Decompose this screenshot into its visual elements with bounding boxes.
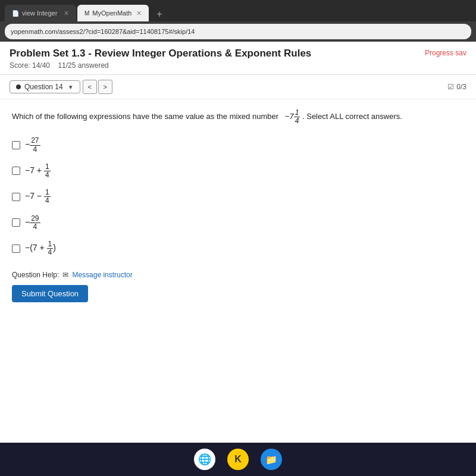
fraction-27-4: 274 <box>30 137 40 153</box>
fraction-1-4-d: 14 <box>47 240 54 256</box>
expr-1: −274 <box>25 137 40 153</box>
fraction-1-4-b: 14 <box>44 163 51 179</box>
chrome-icon[interactable]: 🌐 <box>194 449 215 470</box>
taskbar: 🌐 K 📁 <box>0 443 476 476</box>
score-badge-value: 0/3 <box>456 83 466 91</box>
question-label: Question 14 <box>24 83 63 91</box>
message-instructor-link[interactable]: Message instructor <box>72 271 132 279</box>
url-text: yopenmath.com/assess2/?cid=160287&aid=11… <box>11 28 195 35</box>
checkbox-5[interactable] <box>12 245 20 253</box>
answered-value: 11/25 answered <box>58 61 108 70</box>
address-bar[interactable]: yopenmath.com/assess2/?cid=160287&aid=11… <box>5 24 471 39</box>
fraction-1-4: 14 <box>294 109 300 125</box>
question-text: Which of the following expressions have … <box>12 109 464 125</box>
mixed-number: −714 <box>285 112 302 121</box>
fraction-29-4: 294 <box>30 215 40 231</box>
question-dot <box>16 84 21 89</box>
tab-label: view Integer <box>22 10 57 17</box>
choice-3: −7 − 14 <box>12 189 464 205</box>
browser-chrome: 📄 view Integer ✕ M MyOpenMath ✕ + yopenm… <box>0 0 476 42</box>
submit-button[interactable]: Submit Question <box>12 285 88 302</box>
tab-close-active[interactable]: ✕ <box>136 10 142 17</box>
tab-icon: 📄 <box>12 10 19 17</box>
score-value: Score: 14/40 <box>10 61 50 70</box>
choice-1: −274 <box>12 137 464 153</box>
dropdown-arrow[interactable]: ▼ <box>68 84 74 90</box>
expr-4: −294 <box>25 215 40 231</box>
k-icon[interactable]: K <box>227 449 249 470</box>
header-left: Problem Set 1.3 - Review Integer Operati… <box>10 48 311 70</box>
tab-label-active: MyOpenMath <box>92 10 131 17</box>
question-help: Question Help: ✉ Message instructor <box>12 271 464 279</box>
tab-icon-m: M <box>84 10 89 17</box>
prev-button[interactable]: < <box>83 80 97 94</box>
tab-new-button[interactable]: + <box>152 7 167 21</box>
expr-2: −7 + 14 <box>25 163 51 179</box>
question-nav: Question 14 ▼ < > ☑ 0/3 <box>0 75 476 99</box>
help-label: Question Help: <box>12 271 59 279</box>
browser-content: Problem Set 1.3 - Review Integer Operati… <box>0 42 476 443</box>
choice-4: −294 <box>12 215 464 231</box>
page-header: Problem Set 1.3 - Review Integer Operati… <box>0 42 476 75</box>
question-pill: Question 14 ▼ <box>10 80 80 93</box>
checkbox-2[interactable] <box>12 167 20 175</box>
tab-close[interactable]: ✕ <box>64 10 69 17</box>
tab-bar: 📄 view Integer ✕ M MyOpenMath ✕ + <box>0 0 476 21</box>
expr-5: −(7 + 14) <box>25 240 56 256</box>
choice-2: −7 + 14 <box>12 163 464 179</box>
question-content: Which of the following expressions have … <box>0 99 476 443</box>
page-title: Problem Set 1.3 - Review Integer Operati… <box>10 48 311 60</box>
tab-view-integer[interactable]: 📄 view Integer ✕ <box>5 5 76 21</box>
next-button[interactable]: > <box>98 80 112 94</box>
page-score: Score: 14/40 11/25 answered <box>10 61 311 70</box>
score-badge: ☑ 0/3 <box>447 83 466 91</box>
answer-choices: −274 −7 + 14 −7 − 14 −2 <box>12 137 464 256</box>
choice-5: −(7 + 14) <box>12 240 464 256</box>
checkbox-3[interactable] <box>12 193 20 201</box>
expr-3: −7 − 14 <box>25 189 51 205</box>
progress-save: Progress sav <box>425 49 466 57</box>
folder-icon[interactable]: 📁 <box>261 449 282 470</box>
score-icon: ☑ <box>447 83 454 91</box>
fraction-1-4-c: 14 <box>44 189 51 205</box>
tab-myopenmath[interactable]: M MyOpenMath ✕ <box>77 5 149 21</box>
question-text-after: . Select ALL correct answers. <box>302 112 402 121</box>
checkbox-4[interactable] <box>12 218 20 227</box>
checkbox-1[interactable] <box>12 141 20 149</box>
mail-icon: ✉ <box>62 271 68 279</box>
question-text-before: Which of the following expressions have … <box>12 112 278 121</box>
